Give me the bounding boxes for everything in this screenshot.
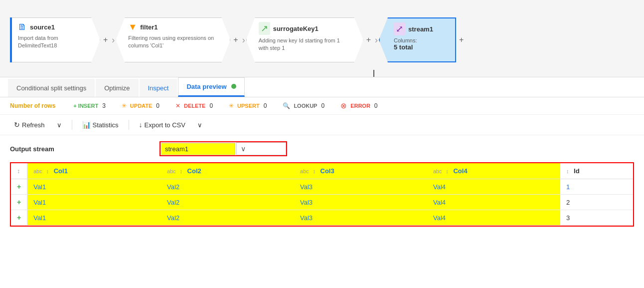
toolbar-sep-1	[72, 120, 72, 130]
stat-insert: + INSERT 3	[71, 102, 106, 109]
table-row: + Val1 Val2 Val3 Val4 1	[11, 179, 633, 195]
lookup-count: 0	[321, 102, 324, 109]
row2-col2: Val2	[161, 195, 294, 210]
update-count: 0	[156, 102, 160, 109]
lookup-label: LOOKUP	[294, 103, 317, 109]
col4-name: Col4	[453, 167, 467, 175]
col1-type: abc	[33, 168, 42, 174]
filter-title: filter1	[140, 23, 158, 31]
table-row: + Val1 Val2 Val3 Val4 2	[11, 195, 633, 210]
plus-1[interactable]: +	[103, 35, 108, 44]
col2-type: abc	[167, 168, 176, 174]
stat-rows: Number of rows	[10, 102, 55, 109]
arrow-1: ›	[112, 35, 115, 45]
arrow-3: ›	[375, 35, 378, 45]
refresh-label: Refresh	[22, 121, 45, 129]
surrogate-desc: Adding new key Id starting from 1 with s…	[259, 37, 351, 52]
col2-sort-icon[interactable]: ↕	[179, 168, 182, 174]
row2-col4: Val4	[427, 195, 560, 210]
col-header-col2[interactable]: abc ↕ Col2	[161, 163, 294, 179]
col-header-col3[interactable]: abc ↕ Col3	[294, 163, 427, 179]
source-node[interactable]: 🗎 source1 Import data from DelimitedText…	[12, 17, 100, 62]
table-row: + Val1 Val2 Val3 Val4 3	[11, 210, 633, 226]
col-header-col4[interactable]: abc ↕ Col4	[427, 163, 560, 179]
stream1-icon: ⤢	[394, 22, 405, 35]
export-chevron-icon: ∨	[197, 121, 202, 129]
stream1-desc-label: Columns:	[394, 37, 446, 43]
stat-delete: ✕ DELETE 0	[175, 102, 213, 109]
delete-label: DELETE	[184, 103, 205, 109]
tab-optimize[interactable]: Optimize	[96, 79, 138, 97]
content-area: Output stream stream1 ∨ ↕ abc ↕ Co	[0, 135, 644, 233]
error-label: ERROR	[350, 103, 370, 109]
tab-inspect[interactable]: Inspect	[140, 79, 177, 97]
chevron-down-icon: ∨	[241, 145, 246, 153]
row2-plus: +	[11, 195, 27, 210]
stream1-desc2: 5 total	[394, 43, 446, 51]
toolbar-sep-2	[129, 120, 129, 130]
update-star-icon: ✳	[122, 102, 127, 109]
tab-data-preview[interactable]: Data preview	[178, 77, 245, 97]
data-table: ↕ abc ↕ Col1 abc ↕ Col2 abc ↕	[11, 163, 633, 226]
export-dropdown-button[interactable]: ∨	[193, 119, 206, 131]
refresh-dropdown-button[interactable]: ∨	[53, 119, 66, 131]
stream1-title: stream1	[408, 25, 433, 33]
tab-bar: Conditional split settings Optimize Insp…	[0, 77, 644, 97]
row3-col1: Val1	[27, 210, 161, 226]
filter-desc: Filtering rows using expressions on colu…	[128, 34, 218, 50]
table-header-row: ↕ abc ↕ Col1 abc ↕ Col2 abc ↕	[11, 163, 633, 179]
col3-name: Col3	[321, 167, 334, 175]
output-stream-label: Output stream	[10, 145, 160, 153]
stream-selector[interactable]: stream1	[161, 143, 235, 155]
stream-value: stream1	[165, 145, 231, 153]
output-stream-row: Output stream stream1 ∨	[10, 141, 634, 156]
upsert-icon: ✳	[229, 102, 234, 109]
refresh-button[interactable]: ↻ Refresh	[10, 119, 49, 131]
export-icon: ↓	[139, 121, 143, 129]
update-label: UPDATE	[130, 103, 152, 109]
row3-col4: Val4	[427, 210, 560, 226]
export-label: Export to CSV	[145, 121, 185, 129]
row3-col3: Val3	[294, 210, 427, 226]
col-header-col1[interactable]: abc ↕ Col1	[27, 163, 161, 179]
statistics-button[interactable]: 📊 Statistics	[78, 119, 123, 131]
stream1-node[interactable]: ⤢ stream1 Columns: 5 total	[379, 17, 456, 62]
stat-upsert: ✳ UPSERT 0	[229, 102, 267, 109]
col3-sort-icon[interactable]: ↕	[313, 168, 316, 174]
toolbar: ↻ Refresh ∨ 📊 Statistics ↓ Export to CSV…	[0, 115, 644, 135]
source-node-wrapper: 🗎 source1 Import data from DelimitedText…	[10, 17, 100, 62]
sort-arrows-header[interactable]: ↕	[17, 168, 20, 175]
col4-sort-icon[interactable]: ↕	[446, 168, 449, 174]
id-name: Id	[574, 167, 580, 175]
vertical-connector	[373, 70, 374, 77]
row1-id: 1	[560, 179, 633, 195]
upsert-label: UPSERT	[237, 103, 260, 109]
stream-dropdown[interactable]: ∨	[236, 142, 286, 155]
delete-x-icon: ✕	[175, 102, 180, 109]
upsert-count: 0	[264, 102, 267, 109]
id-sort-icon[interactable]: ↕	[566, 168, 569, 174]
plus-3[interactable]: +	[366, 35, 371, 44]
plus-2[interactable]: +	[233, 35, 238, 44]
row1-col3: Val3	[294, 179, 427, 195]
refresh-chevron-icon: ∨	[57, 121, 62, 129]
filter-icon: ▼	[128, 22, 137, 32]
col2-name: Col2	[187, 167, 201, 175]
source-desc: Import data from DelimitedText18	[18, 34, 88, 50]
data-preview-status-dot	[231, 84, 236, 89]
error-count: 0	[374, 102, 378, 109]
stat-lookup: 🔍 LOOKUP 0	[283, 102, 324, 109]
source-title: source1	[30, 23, 55, 31]
rows-label: Number of rows	[10, 102, 55, 109]
filter-node[interactable]: ▼ filter1 Filtering rows using expressio…	[116, 17, 230, 62]
row1-plus: +	[11, 179, 27, 195]
tab-conditional-split[interactable]: Conditional split settings	[8, 79, 95, 97]
plus-4[interactable]: +	[459, 35, 464, 44]
stat-error: ⊗ ERROR 0	[340, 101, 377, 110]
col-row-indicator: ↕	[11, 163, 27, 179]
col-header-id[interactable]: ↕ Id	[560, 163, 633, 179]
col1-sort-icon[interactable]: ↕	[46, 168, 49, 174]
surrogate-node[interactable]: ↗ surrogateKey1 Adding new key Id starti…	[246, 17, 363, 62]
export-button[interactable]: ↓ Export to CSV	[135, 119, 189, 131]
pipeline-wrapper: 🗎 source1 Import data from DelimitedText…	[10, 17, 467, 62]
